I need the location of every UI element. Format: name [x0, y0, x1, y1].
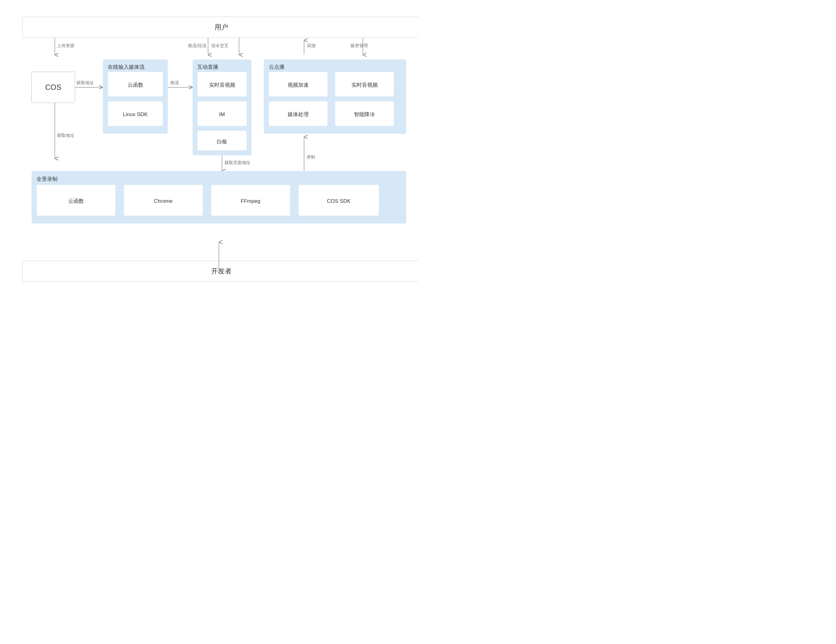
svg-text:COS: COS: [45, 83, 61, 92]
svg-text:实时音视频: 实时音视频: [351, 82, 378, 88]
svg-text:云点播: 云点播: [269, 64, 284, 70]
svg-text:在线输入媒体流: 在线输入媒体流: [108, 64, 145, 70]
svg-text:互动直播: 互动直播: [197, 64, 218, 70]
svg-text:推流/拉流: 推流/拉流: [188, 43, 207, 48]
svg-text:获取地址: 获取地址: [57, 133, 74, 138]
svg-text:媒体处理: 媒体处理: [287, 111, 309, 117]
svg-text:获取页面地址: 获取页面地址: [224, 160, 250, 165]
user-label: 用户: [215, 23, 228, 31]
svg-text:Chrome: Chrome: [154, 198, 173, 204]
svg-text:录制: 录制: [307, 155, 315, 159]
svg-text:实时音视频: 实时音视频: [209, 82, 235, 88]
svg-text:信令交互: 信令交互: [211, 43, 229, 48]
svg-text:获取地址: 获取地址: [77, 80, 94, 85]
svg-text:白板: 白板: [217, 139, 227, 145]
svg-text:云函数: 云函数: [68, 198, 84, 204]
developer-box: 开发者: [22, 261, 418, 282]
svg-text:云函数: 云函数: [127, 82, 144, 88]
diagram-svg: 上传资源 推流/拉流 信令交互 回放 媒资管理 COS 获取地址 获取地址: [22, 38, 418, 279]
svg-text:视频加速: 视频加速: [287, 82, 309, 88]
svg-text:推流: 推流: [170, 80, 179, 85]
svg-text:回放: 回放: [307, 43, 316, 48]
upload-label: 上传资源: [57, 43, 74, 48]
user-box: 用户: [22, 17, 418, 38]
svg-text:全景录制: 全景录制: [36, 176, 57, 182]
svg-text:智能降冷: 智能降冷: [354, 111, 375, 117]
svg-text:COS SDK: COS SDK: [327, 198, 351, 204]
svg-text:Linux SDK: Linux SDK: [123, 111, 148, 117]
developer-label: 开发者: [211, 267, 232, 275]
svg-text:IM: IM: [219, 111, 225, 117]
svg-text:FFmpeg: FFmpeg: [241, 198, 260, 204]
svg-text:媒资管理: 媒资管理: [351, 43, 368, 48]
